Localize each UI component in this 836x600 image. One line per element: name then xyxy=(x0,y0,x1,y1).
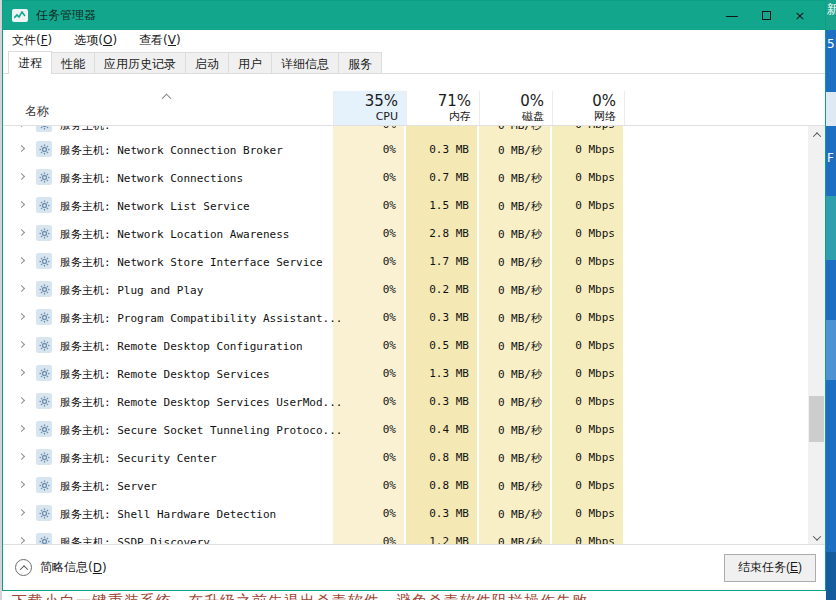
background-text-fragment: 新 xyxy=(827,3,836,15)
tab-processes[interactable]: 进程 xyxy=(8,51,52,74)
cpu-value: 0% xyxy=(333,479,396,492)
table-row-partial[interactable]: 服务主机: 0% 0 MB/秒 0 Mbps xyxy=(3,126,825,135)
table-row[interactable]: 服务主机: Network Connection Broker 0% 0.3 M… xyxy=(3,135,825,163)
expand-chevron-icon[interactable] xyxy=(18,313,25,320)
expand-chevron-icon[interactable] xyxy=(18,537,25,544)
tab-app-history[interactable]: 应用历史记录 xyxy=(94,52,186,73)
expand-chevron-icon[interactable] xyxy=(18,173,25,180)
sort-ascending-icon xyxy=(162,94,172,104)
background-text: 下载小白一键重装系统，在升级之前先退出杀毒软件，避免杀毒软件阻拦操作失败 xyxy=(12,592,588,600)
menu-bar: 文件(F) 选项(O) 查看(V) xyxy=(3,30,825,51)
column-header-memory[interactable]: 71% 内存 xyxy=(406,91,479,125)
expand-chevron-icon[interactable] xyxy=(18,453,25,460)
close-button[interactable]: × xyxy=(783,1,817,30)
service-gear-icon xyxy=(36,449,52,465)
expand-chevron-icon[interactable] xyxy=(18,229,25,236)
expand-chevron-icon[interactable] xyxy=(18,145,25,152)
table-row[interactable]: 服务主机: Plug and Play 0% 0.2 MB 0 MB/秒 0 M… xyxy=(3,275,825,303)
column-header-cpu[interactable]: 35% CPU xyxy=(333,91,406,125)
table-row[interactable]: 服务主机: Shell Hardware Detection 0% 0.3 MB… xyxy=(3,499,825,527)
titlebar[interactable]: 任务管理器 — × xyxy=(3,1,825,30)
network-value: 0 Mbps xyxy=(552,227,615,240)
tab-services[interactable]: 服务 xyxy=(338,52,382,73)
process-name: 服务主机: Network List Service xyxy=(60,199,250,214)
expand-chevron-icon[interactable] xyxy=(18,257,25,264)
memory-label: 内存 xyxy=(407,110,471,123)
cpu-value: 0% xyxy=(333,339,396,352)
memory-value: 2.8 MB xyxy=(406,227,469,240)
disk-value: 0 MB/秒 xyxy=(479,423,542,438)
network-value: 0 Mbps xyxy=(552,423,615,436)
table-row[interactable]: 服务主机: 0% 0 MB/秒 0 Mbps xyxy=(3,126,825,135)
chevron-down-icon xyxy=(812,532,820,540)
expand-chevron-icon[interactable] xyxy=(18,126,25,127)
minimize-button[interactable]: — xyxy=(715,1,749,30)
disk-value: 0 MB/秒 xyxy=(479,255,542,270)
table-row[interactable]: 服务主机: Security Center 0% 0.8 MB 0 MB/秒 0… xyxy=(3,443,825,471)
service-gear-icon xyxy=(36,337,52,353)
memory-value: 0.3 MB xyxy=(406,311,469,324)
end-task-button[interactable]: 结束任务(E) xyxy=(724,554,816,582)
task-manager-app-icon xyxy=(12,9,28,22)
expand-chevron-icon[interactable] xyxy=(18,509,25,516)
network-value: 0 Mbps xyxy=(552,126,615,131)
cpu-total: 35% xyxy=(334,93,398,110)
maximize-icon xyxy=(762,11,771,20)
cpu-value: 0% xyxy=(333,423,396,436)
expand-chevron-icon[interactable] xyxy=(18,397,25,404)
maximize-button[interactable] xyxy=(749,1,783,30)
expand-chevron-icon[interactable] xyxy=(18,425,25,432)
menu-file[interactable]: 文件(F) xyxy=(12,32,52,49)
scrollbar-thumb[interactable] xyxy=(809,396,824,442)
scrollbar[interactable] xyxy=(808,126,825,546)
fewer-details-toggle[interactable]: 简略信息(D) xyxy=(15,559,107,576)
expand-chevron-icon[interactable] xyxy=(18,201,25,208)
tab-startup[interactable]: 启动 xyxy=(185,52,229,73)
process-name: 服务主机: Network Store Interface Service xyxy=(60,255,323,270)
tab-details[interactable]: 详细信息 xyxy=(271,52,339,73)
service-gear-icon xyxy=(36,197,52,213)
table-row[interactable]: 服务主机: Server 0% 0.8 MB 0 MB/秒 0 Mbps xyxy=(3,471,825,499)
table-row[interactable]: 服务主机: Network Connections 0% 0.7 MB 0 MB… xyxy=(3,163,825,191)
background-band xyxy=(826,552,836,600)
table-row[interactable]: 服务主机: Program Compatibility Assistant...… xyxy=(3,303,825,331)
menu-options[interactable]: 选项(O) xyxy=(74,32,117,49)
network-value: 0 Mbps xyxy=(552,339,615,352)
disk-value: 0 MB/秒 xyxy=(479,283,542,298)
expand-chevron-icon[interactable] xyxy=(18,285,25,292)
menu-view[interactable]: 查看(V) xyxy=(139,32,181,49)
disk-value: 0 MB/秒 xyxy=(479,199,542,214)
table-row[interactable]: 服务主机: Remote Desktop Services 0% 1.3 MB … xyxy=(3,359,825,387)
network-value: 0 Mbps xyxy=(552,395,615,408)
cpu-value: 0% xyxy=(333,227,396,240)
table-row[interactable]: 服务主机: Remote Desktop Configuration 0% 0.… xyxy=(3,331,825,359)
table-row[interactable]: 服务主机: Network Store Interface Service 0%… xyxy=(3,247,825,275)
column-header-network[interactable]: 0% 网络 xyxy=(552,91,625,125)
service-gear-icon xyxy=(36,309,52,325)
expand-chevron-icon[interactable] xyxy=(18,481,25,488)
service-gear-icon xyxy=(36,421,52,437)
scroll-up-button[interactable] xyxy=(808,126,825,143)
column-header-name[interactable]: 名称 xyxy=(25,103,49,120)
memory-value: 0.5 MB xyxy=(406,339,469,352)
background-band xyxy=(826,320,836,380)
cpu-value: 0% xyxy=(333,255,396,268)
tab-performance[interactable]: 性能 xyxy=(51,52,95,73)
table-row[interactable]: 服务主机: Network List Service 0% 1.5 MB 0 M… xyxy=(3,191,825,219)
process-name: 服务主机: Program Compatibility Assistant... xyxy=(60,311,342,326)
memory-value: 0.2 MB xyxy=(406,283,469,296)
column-header-disk[interactable]: 0% 磁盘 xyxy=(479,91,552,125)
expand-chevron-icon[interactable] xyxy=(18,369,25,376)
table-row[interactable]: 服务主机: Network Location Awareness 0% 2.8 … xyxy=(3,219,825,247)
service-gear-icon xyxy=(36,505,52,521)
tab-users[interactable]: 用户 xyxy=(228,52,272,73)
screen: 新 5 F 下载小白一键重装系统，在升级之前先退出杀毒软件，避免杀毒软件阻拦操作… xyxy=(0,0,836,600)
table-header: 名称 35% CPU 71% 内存 0% 磁盘 0% 网络 xyxy=(3,91,825,126)
cpu-value: 0% xyxy=(333,395,396,408)
service-gear-icon xyxy=(36,365,52,381)
expand-chevron-icon[interactable] xyxy=(18,341,25,348)
process-name: 服务主机: xyxy=(60,126,111,133)
table-row[interactable]: 服务主机: Secure Socket Tunneling Protoco...… xyxy=(3,415,825,443)
disk-value: 0 MB/秒 xyxy=(479,451,542,466)
table-row[interactable]: 服务主机: Remote Desktop Services UserMod...… xyxy=(3,387,825,415)
